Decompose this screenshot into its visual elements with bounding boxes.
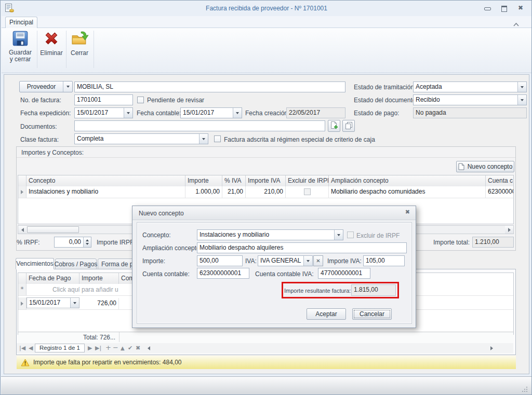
concepto-cell[interactable]: Instalaciones y mobiliario: [26, 186, 185, 198]
irpf-spin-buttons[interactable]: [83, 237, 91, 247]
minimize-button[interactable]: [482, 5, 493, 13]
save-close-button[interactable]: Guardar y cerrar: [6, 30, 35, 70]
new-document-icon: [458, 163, 464, 170]
fecha-expedicion-combo[interactable]: 15/01/2017: [74, 107, 133, 118]
dropdown-arrow-icon: [521, 86, 524, 88]
dlg-iva-dropdown[interactable]: [303, 256, 312, 266]
scroll-right-icon: [508, 228, 511, 232]
estado-documento-dropdown[interactable]: [517, 95, 526, 105]
vencimientos-header-fecha[interactable]: Fecha de Pago: [26, 273, 79, 284]
vencimientos-header-importe[interactable]: Importe: [79, 273, 119, 284]
conceptos-header-pct-iva[interactable]: % IVA: [222, 175, 246, 186]
conceptos-header-cuenta[interactable]: Cuenta c: [486, 175, 513, 186]
pendiente-checkbox[interactable]: [137, 97, 144, 103]
dialog-close-icon[interactable]: ✖: [405, 209, 410, 215]
estado-documento-combo[interactable]: Recibido: [413, 94, 527, 105]
nav-first-icon[interactable]: |◀: [19, 344, 25, 352]
conceptos-header-concepto[interactable]: Concepto: [26, 175, 185, 186]
close-form-label: Cerrar: [68, 49, 91, 57]
vencimientos-total: Total: 726...: [79, 334, 119, 341]
conceptos-header-excluir[interactable]: Excluir de IRPF: [286, 175, 329, 186]
ribbon-tab-principal[interactable]: Principal: [5, 17, 37, 28]
close-button[interactable]: ✖: [515, 4, 526, 12]
nav-remove-icon[interactable]: −: [113, 344, 118, 352]
nuevo-concepto-button[interactable]: Nuevo concepto: [456, 161, 514, 172]
fecha-pago-cell[interactable]: 15/01/2017: [26, 297, 79, 308]
nav-prev-icon[interactable]: ◀: [29, 344, 33, 352]
nav-position-box[interactable]: Registro 1 de 1: [35, 344, 85, 352]
delete-button[interactable]: Eliminar: [38, 30, 64, 70]
pct-iva-cell[interactable]: 21,00: [222, 186, 246, 198]
estado-tramitacion-dropdown[interactable]: [517, 82, 526, 92]
estado-tramitacion-combo[interactable]: Aceptada: [413, 81, 527, 92]
fecha-pago-dropdown[interactable]: [70, 298, 79, 308]
fecha-expedicion-dropdown[interactable]: [124, 108, 132, 118]
criterio-caja-checkbox[interactable]: [214, 135, 221, 142]
restore-button[interactable]: [498, 5, 510, 13]
dlg-excluir-checkbox[interactable]: [347, 231, 354, 238]
conceptos-header-importe[interactable]: Importe: [185, 175, 222, 186]
conceptos-header-ampliacion[interactable]: Ampliación concepto: [329, 175, 486, 186]
new-row-icon: *: [21, 285, 24, 293]
ampliacion-cell[interactable]: Mobiliario despacho comunidades: [329, 186, 486, 198]
importe-cell[interactable]: 1.000,00: [185, 186, 222, 198]
dlg-importe-iva-field[interactable]: 105,00: [363, 255, 405, 266]
copy-icon: [345, 121, 353, 131]
warning-icon: [21, 359, 30, 366]
vencimientos-row-marker: [18, 297, 26, 309]
new-row-hint[interactable]: Click aquí para añadir u: [52, 286, 118, 293]
cancelar-button[interactable]: Cancelar: [352, 308, 392, 320]
vencimientos-scroll-right[interactable]: [488, 344, 496, 352]
clase-factura-combo[interactable]: Completa: [74, 133, 208, 144]
tab-vencimientos[interactable]: Vencimientos: [16, 258, 54, 269]
close-form-button[interactable]: Cerrar: [68, 30, 91, 70]
dlg-importe-label: Importe:: [142, 257, 165, 265]
dlg-iva-clear-button[interactable]: ✕: [313, 255, 323, 266]
nav-endedit-icon[interactable]: ✔: [128, 344, 132, 352]
nav-last-icon[interactable]: ▶|: [95, 344, 101, 352]
no-factura-field[interactable]: 1701001: [74, 94, 133, 105]
attach-document-button[interactable]: [328, 120, 340, 132]
fecha-contable-dropdown[interactable]: [233, 108, 242, 118]
proveedor-split-button[interactable]: Proveedor: [19, 81, 73, 92]
importe-pago-cell[interactable]: 726,00: [79, 298, 119, 309]
fecha-creacion-label: Fecha creación:: [245, 110, 289, 117]
dialog-title: Nuevo concepto: [139, 210, 184, 217]
excluir-irpf-checkbox[interactable]: [304, 188, 311, 195]
dlg-concepto-dropdown[interactable]: [334, 230, 343, 240]
nav-add-icon[interactable]: +: [105, 344, 111, 352]
minimize-icon: [484, 7, 491, 10]
cuenta-cell[interactable]: 62300000: [486, 186, 513, 198]
estado-pago-label: Estado de pago:: [354, 110, 399, 117]
spin-up-icon: [86, 239, 89, 241]
clase-factura-dropdown[interactable]: [199, 134, 208, 144]
scroll-right-button[interactable]: [505, 226, 513, 234]
proveedor-field[interactable]: MOBILIA, SL: [74, 81, 345, 92]
proveedor-dropdown-button[interactable]: [63, 81, 72, 92]
conceptos-group-title: Importes y Conceptos:: [21, 149, 84, 156]
tab-cobros-pagos[interactable]: Cobros / Pagos: [55, 258, 97, 269]
dlg-ampliacion-field[interactable]: Mobiliario despacho alquileres: [197, 242, 407, 253]
dlg-cuenta-iva-field[interactable]: 477000000001: [318, 268, 370, 279]
nuevo-concepto-dialog: Nuevo concepto ✖ Concepto: Instalaciones…: [132, 206, 416, 328]
save-close-label-2: y cerrar: [6, 56, 35, 63]
resize-grip[interactable]: [521, 386, 528, 395]
aceptar-button[interactable]: Aceptar: [307, 308, 346, 320]
conceptos-scroll-thumb[interactable]: [27, 226, 79, 233]
nav-next-icon[interactable]: ▶: [88, 344, 92, 352]
importe-iva-cell[interactable]: 210,00: [246, 186, 286, 198]
importe-total-field: 1.210,00: [472, 237, 514, 248]
dlg-cuenta-field[interactable]: 623000000001: [197, 268, 249, 279]
vencimientos-scroll-left[interactable]: [145, 344, 153, 352]
fecha-contable-combo[interactable]: 15/01/2017: [180, 107, 242, 118]
copy-document-button[interactable]: [342, 120, 355, 132]
nav-cancel-icon[interactable]: ✖: [136, 344, 140, 352]
irpf-spin-field[interactable]: 0,00: [54, 237, 91, 248]
dlg-importe-field[interactable]: 500,00: [197, 255, 243, 266]
nav-edit-icon[interactable]: ▲: [121, 344, 125, 352]
documentos-field[interactable]: [74, 120, 325, 131]
dlg-iva-combo[interactable]: IVA GENERAL: [258, 255, 313, 266]
conceptos-header-importe-iva[interactable]: Importe IVA: [246, 175, 286, 186]
dlg-concepto-combo[interactable]: Instalaciones y mobiliario: [197, 229, 343, 240]
scroll-left-button[interactable]: [18, 226, 26, 234]
